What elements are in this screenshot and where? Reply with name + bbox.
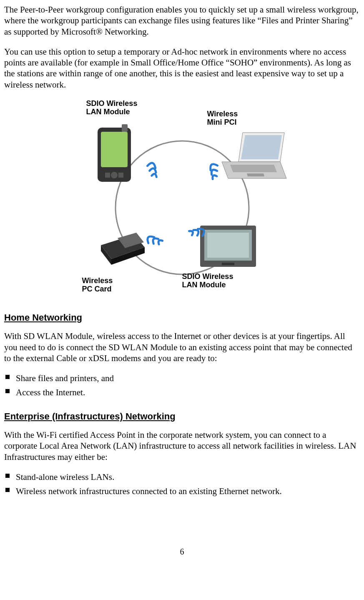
svg-rect-6 [122,124,128,132]
svg-rect-2 [101,132,128,167]
paragraph-enterprise: With the Wi-Fi certified Access Point in… [4,429,360,462]
page-number: 6 [4,547,360,557]
diagram-label-pccard: WirelessPC Card [82,276,113,294]
list-item: Wireless network infrastructures connect… [4,486,360,497]
diagram-label-sdio-bot: SDIO WirelessLAN Module [182,272,233,289]
diagram-label-minipci: WirelessMini PCI [207,110,238,127]
svg-point-3 [111,172,118,178]
pda-device-icon [93,124,138,187]
home-list: Share files and printers, and Access the… [4,373,360,398]
svg-rect-18 [207,233,249,258]
svg-marker-10 [230,165,277,172]
list-item: Access the Internet. [4,387,360,398]
enterprise-list: Stand-alone wireless LANs. Wireless netw… [4,472,360,497]
diagram-label-sdio-top: SDIO WirelessLAN Module [86,99,138,116]
svg-marker-8 [241,135,282,159]
svg-marker-11 [247,173,264,176]
list-item: Stand-alone wireless LANs. [4,472,360,482]
svg-rect-4 [105,173,110,178]
list-item: Share files and printers, and [4,373,360,384]
heading-home-networking: Home Networking [4,312,360,324]
paragraph-home: With SD WLAN Module, wireless access to … [4,331,360,364]
heading-enterprise-networking: Enterprise (Infrastructures) Networking [4,411,360,422]
svg-rect-19 [222,263,234,265]
svg-rect-5 [118,173,123,178]
paragraph-adhoc: You can use this option to setup a tempo… [4,46,360,90]
paragraph-peer-to-peer: The Peer-to-Peer workgroup configuration… [4,4,360,37]
network-diagram: SDIO WirelessLAN Module WirelessMini PCI… [78,99,286,299]
